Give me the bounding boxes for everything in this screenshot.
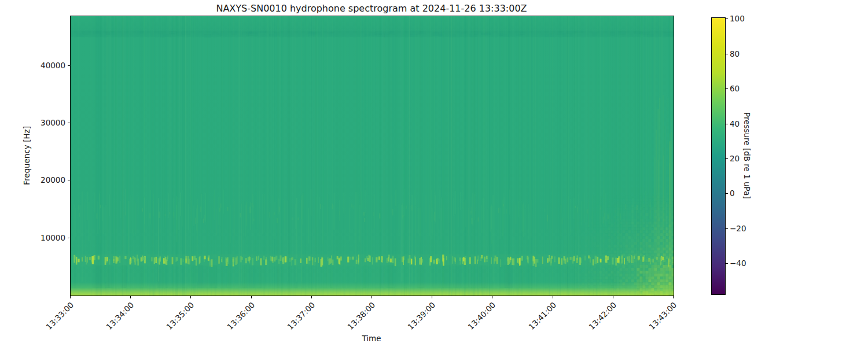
colorbar-tick-label: 20	[730, 154, 740, 163]
x-tick-mark	[251, 296, 252, 298]
y-tick-mark	[68, 180, 70, 180]
colorbar-tick-mark	[726, 158, 728, 159]
colorbar-tick-label: 40	[730, 119, 740, 128]
x-tick-mark	[311, 296, 312, 298]
colorbar-tick-mark	[726, 19, 728, 19]
colorbar-tick-mark	[726, 54, 728, 54]
colorbar	[711, 17, 726, 295]
x-tick-mark	[70, 296, 71, 298]
y-tick-mark	[68, 238, 70, 238]
colorbar-tick-mark	[726, 124, 728, 124]
x-tick-mark	[432, 296, 432, 298]
spectrogram-image	[71, 16, 674, 296]
plot-title: NAXYS-SN0010 hydrophone spectrogram at 2…	[70, 3, 673, 14]
spectrogram-figure: NAXYS-SN0010 hydrophone spectrogram at 2…	[0, 0, 868, 347]
x-tick-mark	[673, 296, 674, 298]
colorbar-tick-mark	[726, 228, 728, 229]
y-tick-label: 30000	[25, 118, 65, 127]
colorbar-tick-label: 80	[730, 49, 740, 58]
y-tick-label: 20000	[25, 175, 65, 184]
x-tick-mark	[130, 296, 131, 298]
y-tick-label: 10000	[25, 233, 65, 242]
colorbar-tick-label: 0	[730, 189, 735, 198]
colorbar-label-text: Pressure [dB re 1 uPa]	[742, 112, 752, 199]
colorbar-tick-label: 60	[730, 84, 740, 93]
y-axis-label: Frequency [Hz]	[21, 16, 32, 295]
spectrogram-plot-area	[70, 16, 674, 296]
x-tick-mark	[613, 296, 613, 298]
x-tick-label: 13:33:00	[3, 300, 75, 347]
x-tick-mark	[492, 296, 492, 298]
colorbar-label: Pressure [dB re 1 uPa]	[742, 17, 752, 294]
x-tick-mark	[190, 296, 191, 298]
y-tick-mark	[68, 65, 70, 66]
y-tick-mark	[68, 123, 70, 123]
x-axis-label: Time	[70, 334, 673, 343]
colorbar-tick-mark	[726, 263, 728, 264]
x-tick-mark	[372, 296, 372, 298]
colorbar-tick-mark	[726, 88, 728, 89]
colorbar-tick-mark	[726, 193, 728, 194]
x-tick-mark	[553, 296, 553, 298]
y-tick-label: 40000	[25, 61, 65, 70]
